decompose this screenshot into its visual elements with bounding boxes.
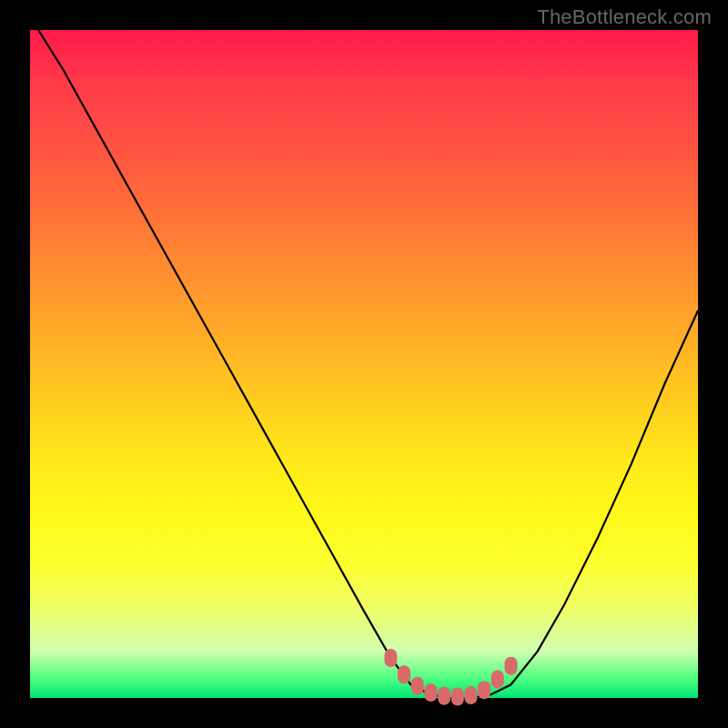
- optimal-marker: [464, 686, 477, 704]
- watermark-text: TheBottleneck.com: [537, 5, 712, 29]
- optimal-marker: [398, 665, 410, 683]
- bottleneck-curve-svg: [30, 30, 698, 698]
- optimal-marker: [451, 688, 464, 706]
- optimal-marker: [424, 683, 437, 702]
- optimal-marker: [491, 670, 504, 688]
- optimal-marker: [438, 687, 450, 705]
- bottleneck-curve-line: [30, 16, 698, 698]
- chart-plot-area: [30, 30, 698, 698]
- optimal-marker: [505, 657, 518, 675]
- optimal-marker: [411, 677, 424, 695]
- optimal-marker: [384, 649, 397, 667]
- optimal-marker: [478, 681, 490, 699]
